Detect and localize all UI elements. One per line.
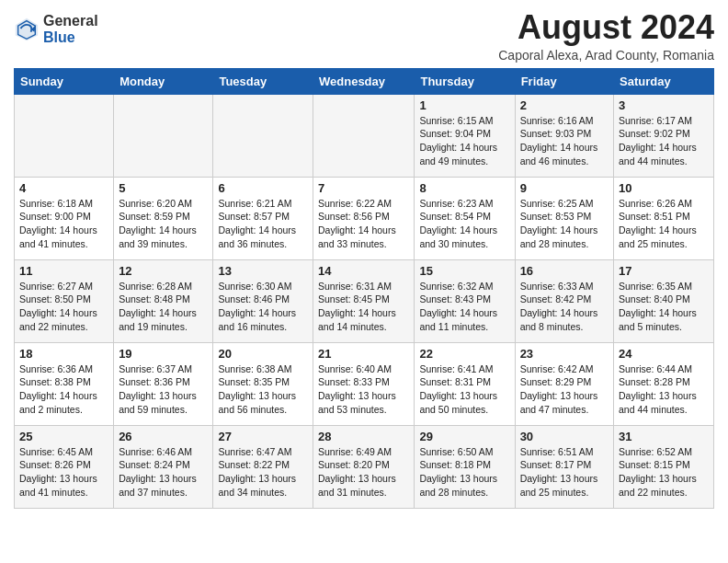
col-thursday: Thursday bbox=[415, 68, 515, 94]
day-info: Sunrise: 6:50 AM Sunset: 8:18 PM Dayligh… bbox=[419, 445, 509, 500]
day-number: 23 bbox=[520, 347, 609, 361]
calendar-cell bbox=[114, 94, 213, 177]
calendar-cell: 3Sunrise: 6:17 AM Sunset: 9:02 PM Daylig… bbox=[614, 94, 714, 177]
day-number: 9 bbox=[520, 181, 609, 195]
day-number: 1 bbox=[419, 98, 509, 112]
day-number: 30 bbox=[520, 430, 609, 443]
logo-text: General Blue bbox=[43, 13, 98, 45]
main-title: August 2024 bbox=[498, 9, 714, 46]
day-info: Sunrise: 6:37 AM Sunset: 8:36 PM Dayligh… bbox=[119, 362, 208, 417]
day-info: Sunrise: 6:40 AM Sunset: 8:33 PM Dayligh… bbox=[318, 362, 409, 417]
day-number: 22 bbox=[419, 347, 509, 361]
calendar-week-2: 4Sunrise: 6:18 AM Sunset: 9:00 PM Daylig… bbox=[15, 177, 714, 259]
day-info: Sunrise: 6:46 AM Sunset: 8:24 PM Dayligh… bbox=[119, 445, 208, 500]
day-info: Sunrise: 6:35 AM Sunset: 8:40 PM Dayligh… bbox=[619, 280, 709, 334]
calendar-cell: 7Sunrise: 6:22 AM Sunset: 8:56 PM Daylig… bbox=[313, 177, 415, 259]
day-info: Sunrise: 6:41 AM Sunset: 8:31 PM Dayligh… bbox=[419, 362, 509, 417]
calendar-table: Sunday Monday Tuesday Wednesday Thursday… bbox=[14, 68, 714, 509]
calendar-cell: 22Sunrise: 6:41 AM Sunset: 8:31 PM Dayli… bbox=[415, 342, 515, 425]
day-number: 4 bbox=[19, 181, 108, 195]
calendar-cell: 18Sunrise: 6:36 AM Sunset: 8:38 PM Dayli… bbox=[15, 342, 114, 425]
subtitle: Caporal Alexa, Arad County, Romania bbox=[498, 48, 714, 63]
calendar-cell: 26Sunrise: 6:46 AM Sunset: 8:24 PM Dayli… bbox=[114, 425, 213, 508]
calendar-cell: 16Sunrise: 6:33 AM Sunset: 8:42 PM Dayli… bbox=[515, 259, 613, 342]
calendar-week-4: 18Sunrise: 6:36 AM Sunset: 8:38 PM Dayli… bbox=[15, 342, 714, 425]
col-monday: Monday bbox=[114, 68, 213, 94]
calendar-cell: 5Sunrise: 6:20 AM Sunset: 8:59 PM Daylig… bbox=[114, 177, 213, 259]
day-number: 7 bbox=[318, 181, 409, 195]
calendar-cell: 13Sunrise: 6:30 AM Sunset: 8:46 PM Dayli… bbox=[213, 259, 313, 342]
calendar-cell: 12Sunrise: 6:28 AM Sunset: 8:48 PM Dayli… bbox=[114, 259, 213, 342]
calendar-cell: 24Sunrise: 6:44 AM Sunset: 8:28 PM Dayli… bbox=[614, 342, 714, 425]
calendar-cell: 1Sunrise: 6:15 AM Sunset: 9:04 PM Daylig… bbox=[415, 94, 515, 177]
day-number: 6 bbox=[218, 181, 308, 195]
day-number: 25 bbox=[19, 430, 108, 443]
day-number: 12 bbox=[119, 264, 208, 278]
calendar-cell bbox=[213, 94, 313, 177]
col-saturday: Saturday bbox=[614, 68, 714, 94]
day-number: 5 bbox=[119, 181, 208, 195]
calendar-cell: 2Sunrise: 6:16 AM Sunset: 9:03 PM Daylig… bbox=[515, 94, 613, 177]
calendar-cell: 28Sunrise: 6:49 AM Sunset: 8:20 PM Dayli… bbox=[313, 425, 415, 508]
day-info: Sunrise: 6:38 AM Sunset: 8:35 PM Dayligh… bbox=[218, 362, 308, 417]
day-info: Sunrise: 6:17 AM Sunset: 9:02 PM Dayligh… bbox=[619, 114, 709, 168]
day-info: Sunrise: 6:44 AM Sunset: 8:28 PM Dayligh… bbox=[619, 362, 709, 417]
day-number: 29 bbox=[419, 430, 509, 443]
day-info: Sunrise: 6:31 AM Sunset: 8:45 PM Dayligh… bbox=[318, 280, 409, 334]
logo: General Blue bbox=[14, 13, 98, 45]
calendar-cell bbox=[313, 94, 415, 177]
day-number: 16 bbox=[520, 264, 609, 278]
day-info: Sunrise: 6:22 AM Sunset: 8:56 PM Dayligh… bbox=[318, 197, 409, 251]
calendar-cell: 9Sunrise: 6:25 AM Sunset: 8:53 PM Daylig… bbox=[515, 177, 613, 259]
calendar-cell: 11Sunrise: 6:27 AM Sunset: 8:50 PM Dayli… bbox=[15, 259, 114, 342]
calendar-cell: 30Sunrise: 6:51 AM Sunset: 8:17 PM Dayli… bbox=[515, 425, 613, 508]
calendar-cell: 17Sunrise: 6:35 AM Sunset: 8:40 PM Dayli… bbox=[614, 259, 714, 342]
day-number: 21 bbox=[318, 347, 409, 361]
day-info: Sunrise: 6:30 AM Sunset: 8:46 PM Dayligh… bbox=[218, 280, 308, 334]
day-number: 11 bbox=[19, 264, 108, 278]
calendar-cell: 14Sunrise: 6:31 AM Sunset: 8:45 PM Dayli… bbox=[313, 259, 415, 342]
day-info: Sunrise: 6:28 AM Sunset: 8:48 PM Dayligh… bbox=[119, 280, 208, 334]
day-number: 2 bbox=[520, 98, 609, 112]
calendar-cell: 29Sunrise: 6:50 AM Sunset: 8:18 PM Dayli… bbox=[415, 425, 515, 508]
day-number: 31 bbox=[619, 430, 709, 443]
calendar-header-row: Sunday Monday Tuesday Wednesday Thursday… bbox=[15, 68, 714, 94]
day-info: Sunrise: 6:47 AM Sunset: 8:22 PM Dayligh… bbox=[218, 445, 308, 500]
day-number: 14 bbox=[318, 264, 409, 278]
day-info: Sunrise: 6:26 AM Sunset: 8:51 PM Dayligh… bbox=[619, 197, 709, 251]
calendar-cell: 8Sunrise: 6:23 AM Sunset: 8:54 PM Daylig… bbox=[415, 177, 515, 259]
logo-icon bbox=[14, 17, 40, 42]
day-number: 18 bbox=[19, 347, 108, 361]
day-info: Sunrise: 6:25 AM Sunset: 8:53 PM Dayligh… bbox=[520, 197, 609, 251]
day-number: 26 bbox=[119, 430, 208, 443]
day-number: 27 bbox=[218, 430, 308, 443]
day-info: Sunrise: 6:16 AM Sunset: 9:03 PM Dayligh… bbox=[520, 114, 609, 168]
calendar-cell: 21Sunrise: 6:40 AM Sunset: 8:33 PM Dayli… bbox=[313, 342, 415, 425]
day-number: 20 bbox=[218, 347, 308, 361]
col-tuesday: Tuesday bbox=[213, 68, 313, 94]
day-info: Sunrise: 6:15 AM Sunset: 9:04 PM Dayligh… bbox=[419, 114, 509, 168]
day-number: 13 bbox=[218, 264, 308, 278]
calendar-week-5: 25Sunrise: 6:45 AM Sunset: 8:26 PM Dayli… bbox=[15, 425, 714, 508]
day-number: 17 bbox=[619, 264, 709, 278]
title-block: August 2024 Caporal Alexa, Arad County, … bbox=[498, 9, 714, 63]
col-sunday: Sunday bbox=[15, 68, 114, 94]
calendar-week-3: 11Sunrise: 6:27 AM Sunset: 8:50 PM Dayli… bbox=[15, 259, 714, 342]
day-info: Sunrise: 6:45 AM Sunset: 8:26 PM Dayligh… bbox=[19, 445, 108, 500]
day-info: Sunrise: 6:49 AM Sunset: 8:20 PM Dayligh… bbox=[318, 445, 409, 500]
day-number: 19 bbox=[119, 347, 208, 361]
calendar-cell: 25Sunrise: 6:45 AM Sunset: 8:26 PM Dayli… bbox=[15, 425, 114, 508]
day-number: 28 bbox=[318, 430, 409, 443]
day-number: 10 bbox=[619, 181, 709, 195]
day-info: Sunrise: 6:42 AM Sunset: 8:29 PM Dayligh… bbox=[520, 362, 609, 417]
page-header: General Blue August 2024 Caporal Alexa, … bbox=[14, 9, 714, 63]
logo-general-text: General bbox=[43, 13, 98, 29]
logo-blue-text: Blue bbox=[43, 29, 98, 46]
day-info: Sunrise: 6:36 AM Sunset: 8:38 PM Dayligh… bbox=[19, 362, 108, 417]
day-info: Sunrise: 6:51 AM Sunset: 8:17 PM Dayligh… bbox=[520, 445, 609, 500]
day-info: Sunrise: 6:20 AM Sunset: 8:59 PM Dayligh… bbox=[119, 197, 208, 251]
calendar-cell bbox=[15, 94, 114, 177]
day-info: Sunrise: 6:18 AM Sunset: 9:00 PM Dayligh… bbox=[19, 197, 108, 251]
day-info: Sunrise: 6:52 AM Sunset: 8:15 PM Dayligh… bbox=[619, 445, 709, 500]
calendar-cell: 23Sunrise: 6:42 AM Sunset: 8:29 PM Dayli… bbox=[515, 342, 613, 425]
